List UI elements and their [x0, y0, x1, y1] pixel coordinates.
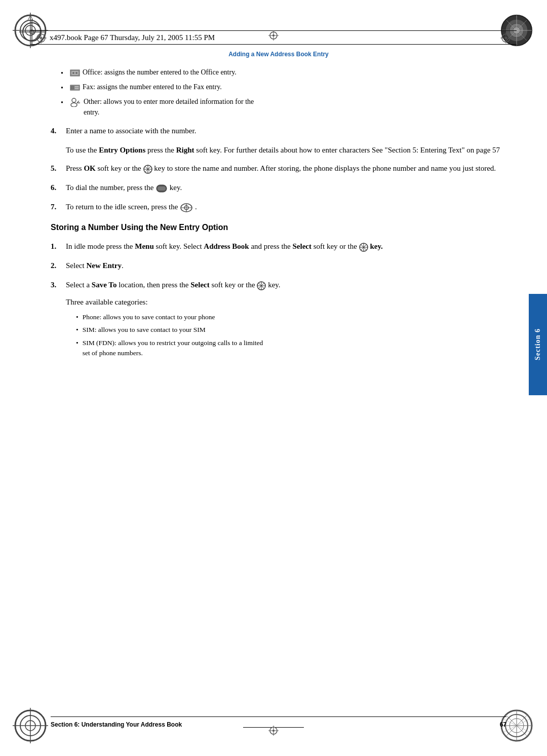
section-heading: Storing a Number Using the New Entry Opt… [51, 223, 506, 232]
sub-bullet-dot-phone: • [76, 312, 79, 322]
step-6-content: To dial the number, press the key. [66, 181, 506, 194]
sub-bullet-fdn: • SIM (FDN): allows you to restrict your… [76, 338, 506, 359]
step-4-content: Enter a name to associate with the numbe… [66, 125, 506, 137]
three-categories-label: Three available categories: [66, 296, 506, 308]
other-icon-inline [70, 96, 81, 107]
svg-point-49 [71, 103, 77, 107]
center-crosshair-top [268, 30, 279, 41]
bullet-dot-other: • [61, 97, 65, 108]
sub-bullet-dot-fdn: • [76, 338, 79, 348]
footer: Section 6: Understanding Your Address Bo… [51, 716, 506, 728]
svg-rect-59 [158, 186, 166, 191]
bullet-text-other: Other: allows you to enter more detailed… [84, 96, 254, 118]
svg-rect-46 [71, 86, 74, 89]
footer-left-text: Section 6: Understanding Your Address Bo… [51, 721, 182, 728]
bullet-item-fax: • Fax: assigns the number entered to the… [61, 82, 506, 93]
footer-page-number: 67 [500, 721, 506, 728]
section-tab: Section 6 [529, 294, 547, 395]
step-7-number: 7. [51, 201, 63, 213]
sub-bullet-phone: • Phone: allows you to save contact to y… [76, 312, 506, 322]
header-crosshair-left [35, 32, 47, 44]
new-step-3-number: 3. [51, 279, 63, 291]
new-step-3-content: Select a Save To location, then press th… [66, 279, 506, 361]
step-5-number: 5. [51, 162, 63, 174]
new-step-1: 1. In idle mode press the Menu soft key.… [51, 240, 506, 252]
svg-point-40 [505, 37, 507, 39]
sub-bullet-text-phone: Phone: allows you to save contact to you… [83, 312, 215, 322]
header-crosshair-right [500, 32, 512, 44]
sub-bullet-list: • Phone: allows you to save contact to y… [76, 312, 506, 358]
new-step-1-content: In idle mode press the Menu soft key. Se… [66, 240, 506, 252]
svg-rect-47 [75, 86, 79, 87]
section-tab-label: Section 6 [534, 328, 542, 360]
svg-rect-48 [75, 88, 79, 89]
sub-bullet-sim: • SIM: allows you to save contact to you… [76, 325, 506, 335]
sub-bullet-dot-sim: • [76, 325, 79, 335]
step-6: 6. To dial the number, press the key. [51, 181, 506, 194]
svg-rect-43 [72, 72, 74, 74]
new-step-2-number: 2. [51, 259, 63, 272]
bullet-item-other: • Other: allows you to enter more detail… [61, 96, 506, 118]
svg-point-50 [72, 98, 76, 102]
office-icon-inline [70, 67, 80, 78]
step-4: 4. Enter a name to associate with the nu… [51, 125, 506, 137]
svg-point-81 [272, 34, 275, 36]
svg-rect-44 [75, 72, 77, 74]
sub-bullet-text-fdn: SIM (FDN): allows you to restrict your o… [83, 338, 263, 359]
new-step-2-content: Select New Entry. [66, 259, 506, 272]
step-7: 7. To return to the idle screen, press t… [51, 201, 506, 213]
bullet-dot-office: • [61, 68, 65, 79]
step-7-content: To return to the idle screen, press the … [66, 201, 506, 213]
step-4-number: 4. [51, 125, 63, 137]
center-crosshair-bottom [268, 726, 279, 736]
new-step-3: 3. Select a Save To location, then press… [51, 279, 506, 361]
new-step-2: 2. Select New Entry. [51, 259, 506, 272]
bullet-dot-fax: • [61, 83, 65, 93]
step-6-number: 6. [51, 181, 63, 194]
sub-bullet-text-sim: SIM: allows you to save contact to your … [83, 325, 206, 335]
step-5: 5. Press OK soft key or the key to store… [51, 162, 506, 174]
content-area: Adding a New Address Book Entry • Office… [51, 51, 506, 705]
fax-icon-inline [70, 82, 80, 92]
page-title: Adding a New Address Book Entry [51, 51, 506, 58]
bullet-text-fax: Fax: assigns the number entered to the F… [83, 82, 222, 92]
bullet-item-office: • Office: assigns the number entered to … [61, 67, 506, 79]
new-step-1-number: 1. [51, 240, 63, 252]
bullet-text-office: Office: assigns the number entered to th… [83, 67, 237, 78]
step-5-content: Press OK soft key or the key to store th… [66, 162, 506, 174]
svg-point-77 [272, 730, 275, 732]
top-bullet-list: • Office: assigns the number entered to … [61, 67, 506, 118]
step-4-para: To use the Entry Options press the Right… [66, 144, 506, 156]
header-bar-text: x497.book Page 67 Thursday, July 21, 200… [50, 33, 215, 42]
deco-circle-bl [13, 708, 48, 743]
svg-point-36 [40, 37, 42, 39]
